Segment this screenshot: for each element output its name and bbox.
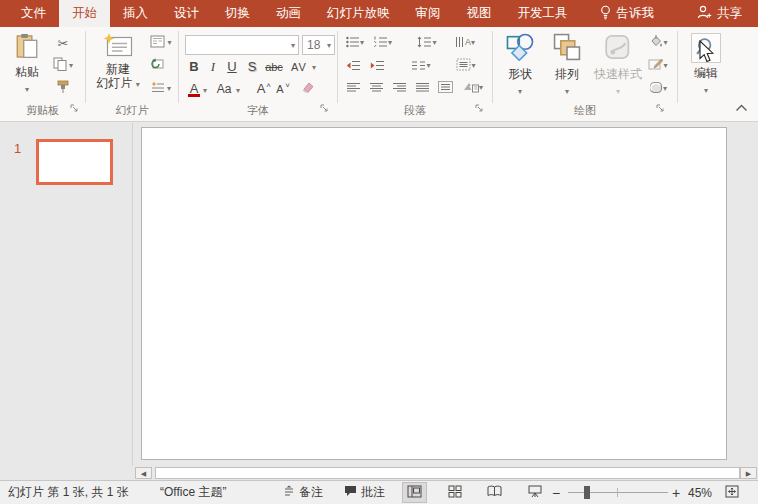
shapes-button[interactable]: 形状 [498, 30, 542, 97]
shapes-icon [498, 33, 542, 64]
clipboard-dialog-launcher[interactable] [70, 99, 79, 117]
tab-insert[interactable]: 插入 [110, 0, 161, 27]
arrange-button[interactable]: 排列 [545, 30, 589, 97]
align-left-icon [347, 79, 360, 97]
font-name-combobox[interactable] [185, 35, 299, 55]
align-left-button[interactable] [342, 78, 364, 98]
tab-review[interactable]: 审阅 [403, 0, 454, 27]
group-clipboard: 粘贴 ✂ 剪贴板 [0, 27, 85, 121]
normal-view-button[interactable] [402, 482, 427, 503]
slide[interactable] [141, 127, 727, 460]
text-direction-button[interactable]: A [448, 33, 482, 53]
change-case-dropdown-arrow-icon[interactable] [236, 87, 240, 95]
tab-animations[interactable]: 动画 [263, 0, 314, 27]
decrease-font-size-button[interactable]: A˅ [271, 80, 289, 98]
numbering-dropdown-arrow-icon [388, 39, 392, 47]
align-right-button[interactable] [388, 78, 410, 98]
strikethrough-button[interactable]: abc [262, 58, 286, 76]
zoom-slider-thumb[interactable] [584, 486, 590, 499]
numbering-button[interactable] [370, 33, 396, 53]
drawing-dialog-launcher[interactable] [656, 99, 665, 117]
bold-button[interactable]: B [185, 58, 203, 76]
justify-button[interactable] [411, 78, 433, 98]
decrease-indent-button[interactable] [342, 56, 364, 76]
section-button[interactable] [146, 79, 176, 99]
increase-font-size-button[interactable]: A˄ [252, 80, 270, 98]
shape-effects-button[interactable] [643, 79, 673, 99]
slideshow-icon [528, 485, 542, 501]
share-button[interactable]: 共享 [683, 0, 756, 27]
font-size-combobox[interactable]: 18 [302, 35, 335, 55]
change-case-button[interactable]: Aa [213, 80, 235, 98]
copy-dropdown-arrow-icon [69, 62, 73, 70]
line-spacing-dropdown-arrow-icon [432, 39, 436, 47]
tab-design[interactable]: 设计 [161, 0, 212, 27]
paragraph-dialog-launcher[interactable] [475, 99, 484, 117]
zoom-slider-center-tick [617, 488, 618, 497]
scrollbar-thumb[interactable] [155, 467, 740, 479]
font-color-dropdown-arrow-icon[interactable] [203, 87, 207, 95]
increase-indent-button[interactable] [366, 56, 388, 76]
zoom-slider-track[interactable] [568, 492, 668, 493]
line-spacing-icon [417, 34, 432, 52]
font-color-button[interactable]: A [185, 80, 203, 98]
distribute-text-button[interactable] [434, 78, 456, 98]
reset-slide-button[interactable] [146, 56, 168, 76]
paste-button[interactable]: 粘贴 [6, 30, 48, 95]
align-center-button[interactable] [365, 78, 387, 98]
slideshow-view-button[interactable] [522, 482, 547, 503]
tab-file[interactable]: 文件 [8, 0, 59, 27]
slide-sorter-view-button[interactable] [442, 482, 467, 503]
font-dialog-launcher[interactable] [320, 99, 329, 117]
tab-view[interactable]: 视图 [454, 0, 505, 27]
tab-slideshow[interactable]: 幻灯片放映 [314, 0, 403, 27]
zoom-out-button[interactable]: − [552, 481, 560, 504]
person-plus-icon [697, 5, 712, 22]
character-spacing-button[interactable]: AV [288, 58, 310, 76]
format-painter-button[interactable] [52, 79, 74, 99]
text-shadow-button[interactable]: S [243, 58, 261, 76]
layout-icon [150, 34, 165, 52]
new-slide-button[interactable]: 新建 幻灯片 [92, 30, 144, 90]
shape-fill-button[interactable] [643, 33, 673, 53]
paste-dropdown-arrow-icon [25, 85, 29, 94]
comments-button[interactable]: 批注 [344, 481, 385, 504]
fit-slide-to-window-button[interactable] [719, 482, 744, 503]
columns-button[interactable] [406, 56, 436, 76]
align-text-button[interactable] [450, 56, 482, 76]
bullets-button[interactable] [342, 33, 368, 53]
scroll-right-arrow[interactable]: ▶ [740, 467, 757, 479]
copy-button[interactable] [52, 56, 74, 76]
zoom-level[interactable]: 45% [688, 481, 712, 504]
horizontal-scrollbar[interactable]: ◀ ▶ [134, 466, 758, 480]
numbered-list-icon [374, 34, 388, 52]
new-slide-icon [92, 33, 144, 60]
layout-button[interactable] [146, 33, 176, 53]
align-text-icon [456, 57, 471, 75]
slide-thumbnail[interactable] [36, 139, 113, 185]
cut-button[interactable]: ✂ [52, 33, 74, 53]
font-size-dropdown-arrow-icon [327, 42, 331, 50]
slide-sorter-icon [448, 485, 462, 501]
underline-button[interactable]: U [223, 58, 241, 76]
arrange-icon [545, 33, 589, 64]
tell-me-button[interactable]: 告诉我 [587, 0, 667, 27]
italic-button[interactable]: I [204, 58, 222, 76]
tab-developer[interactable]: 开发工具 [505, 0, 581, 27]
collapse-ribbon-button[interactable] [735, 98, 748, 116]
shape-effects-dropdown-arrow-icon [663, 85, 667, 93]
shape-outline-button[interactable] [643, 56, 673, 76]
line-spacing-button[interactable] [413, 33, 441, 53]
scroll-left-arrow[interactable]: ◀ [135, 467, 152, 479]
notes-button[interactable]: 备注 [283, 481, 323, 504]
reading-view-button[interactable] [482, 482, 507, 503]
reading-view-icon [487, 485, 502, 500]
tab-transitions[interactable]: 切换 [212, 0, 263, 27]
clear-formatting-button[interactable] [295, 79, 317, 99]
new-slide-label-line2: 幻灯片 [92, 76, 144, 90]
comment-icon [344, 485, 357, 500]
zoom-in-button[interactable]: + [672, 481, 680, 504]
tab-home[interactable]: 开始 [59, 0, 110, 27]
character-spacing-dropdown-arrow-icon[interactable] [312, 64, 316, 72]
convert-to-smartart-button[interactable] [458, 78, 488, 98]
